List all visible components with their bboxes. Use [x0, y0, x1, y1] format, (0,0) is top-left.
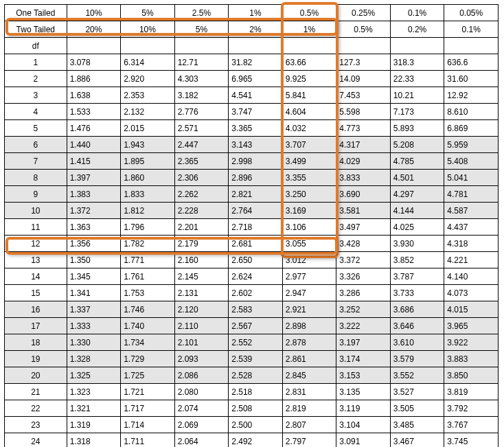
- value-cell: 14.09: [336, 71, 391, 87]
- df-cell: 21: [5, 384, 67, 400]
- value-cell: 1.782: [121, 236, 175, 252]
- table-row: 171.3331.7402.1102.5672.8983.2223.6463.9…: [5, 318, 499, 334]
- value-cell: 2.920: [121, 71, 175, 87]
- value-cell: 31.60: [444, 71, 499, 87]
- value-cell: 7.173: [390, 104, 444, 120]
- value-cell: 1.318: [67, 433, 121, 448]
- value-cell: 2.819: [282, 400, 336, 417]
- blank-header-2: [174, 38, 229, 54]
- value-cell: 3.965: [444, 318, 499, 334]
- value-cell: 3.767: [444, 417, 499, 433]
- value-cell: 2.353: [121, 87, 175, 104]
- value-cell: 2.228: [174, 203, 229, 219]
- value-cell: 2.583: [229, 301, 283, 318]
- table-row: 221.3211.7172.0742.5082.8193.1193.5053.7…: [5, 400, 499, 417]
- table-row: 231.3191.7142.0692.5002.8073.1043.4853.7…: [5, 417, 499, 433]
- value-cell: 3.833: [336, 170, 391, 186]
- value-cell: 1.415: [67, 153, 121, 170]
- table-row: 151.3411.7532.1312.6022.9473.2863.7334.0…: [5, 285, 499, 301]
- value-cell: 9.925: [282, 71, 336, 87]
- value-cell: 4.073: [444, 285, 499, 301]
- two-tailed-col-1: 10%: [121, 21, 175, 38]
- value-cell: 5.959: [444, 137, 499, 153]
- value-cell: 3.552: [390, 367, 444, 384]
- value-cell: 1.812: [121, 203, 175, 219]
- value-cell: 1.323: [67, 384, 121, 400]
- value-cell: 3.428: [336, 236, 391, 252]
- df-cell: 14: [5, 268, 67, 285]
- df-cell: 9: [5, 186, 67, 203]
- value-cell: 3.078: [67, 54, 121, 71]
- value-cell: 1.397: [67, 170, 121, 186]
- two-tailed-col-6: 0.2%: [390, 21, 444, 38]
- one-tailed-col-4: 0.5%: [282, 5, 336, 21]
- table-row: 71.4151.8952.3652.9983.4994.0294.7855.40…: [5, 153, 499, 170]
- table-row: 61.4401.9432.4473.1433.7074.3175.2085.95…: [5, 137, 499, 153]
- value-cell: 2.145: [174, 268, 229, 285]
- value-cell: 4.541: [229, 87, 283, 104]
- value-cell: 3.467: [390, 433, 444, 448]
- value-cell: 1.333: [67, 318, 121, 334]
- value-cell: 2.539: [229, 351, 283, 367]
- value-cell: 3.119: [336, 400, 391, 417]
- value-cell: 1.746: [121, 301, 175, 318]
- value-cell: 3.747: [229, 104, 283, 120]
- one-tailed-col-0: 10%: [67, 5, 121, 21]
- two-tailed-col-4: 1%: [282, 21, 336, 38]
- df-label: df: [5, 38, 67, 54]
- two-tailed-col-7: 0.1%: [444, 21, 499, 38]
- value-cell: 1.711: [121, 433, 175, 448]
- value-cell: 2.093: [174, 351, 229, 367]
- value-cell: 4.604: [282, 104, 336, 120]
- value-cell: 3.182: [174, 87, 229, 104]
- table-row: 161.3371.7462.1202.5832.9213.2523.6864.0…: [5, 301, 499, 318]
- df-cell: 2: [5, 71, 67, 87]
- blank-header-5: [336, 38, 391, 54]
- header-row-one-tailed: One Tailed10%5%2.5%1%0.5%0.25%0.1%0.05%: [5, 5, 499, 21]
- value-cell: 2.602: [229, 285, 283, 301]
- value-cell: 1.350: [67, 252, 121, 268]
- value-cell: 3.485: [390, 417, 444, 433]
- value-cell: 3.686: [390, 301, 444, 318]
- blank-header-6: [390, 38, 444, 54]
- df-cell: 19: [5, 351, 67, 367]
- df-cell: 20: [5, 367, 67, 384]
- value-cell: 2.977: [282, 268, 336, 285]
- value-cell: 4.029: [336, 153, 391, 170]
- value-cell: 2.947: [282, 285, 336, 301]
- value-cell: 3.930: [390, 236, 444, 252]
- blank-header-1: [121, 38, 175, 54]
- one-tailed-label: One Tailed: [5, 5, 67, 21]
- value-cell: 5.893: [390, 120, 444, 137]
- value-cell: 2.132: [121, 104, 175, 120]
- value-cell: 2.552: [229, 334, 283, 351]
- value-cell: 2.518: [229, 384, 283, 400]
- df-cell: 8: [5, 170, 67, 186]
- value-cell: 7.453: [336, 87, 391, 104]
- table-row: 111.3631.7962.2012.7183.1063.4974.0254.4…: [5, 219, 499, 236]
- value-cell: 2.015: [121, 120, 175, 137]
- value-cell: 2.069: [174, 417, 229, 433]
- table-row: 201.3251.7252.0862.5282.8453.1533.5523.8…: [5, 367, 499, 384]
- value-cell: 2.571: [174, 120, 229, 137]
- value-cell: 3.365: [229, 120, 283, 137]
- value-cell: 2.262: [174, 186, 229, 203]
- df-cell: 5: [5, 120, 67, 137]
- value-cell: 4.032: [282, 120, 336, 137]
- value-cell: 2.110: [174, 318, 229, 334]
- value-cell: 3.252: [336, 301, 391, 318]
- value-cell: 2.500: [229, 417, 283, 433]
- t-distribution-table: One Tailed10%5%2.5%1%0.5%0.25%0.1%0.05%T…: [4, 4, 499, 447]
- blank-header-3: [229, 38, 283, 54]
- value-cell: 1.729: [121, 351, 175, 367]
- value-cell: 3.250: [282, 186, 336, 203]
- value-cell: 4.785: [390, 153, 444, 170]
- value-cell: 4.025: [390, 219, 444, 236]
- value-cell: 3.581: [336, 203, 391, 219]
- value-cell: 2.764: [229, 203, 283, 219]
- table-row: 141.3451.7612.1452.6242.9773.3263.7874.1…: [5, 268, 499, 285]
- value-cell: 1.725: [121, 367, 175, 384]
- value-cell: 3.745: [444, 433, 499, 448]
- value-cell: 127.3: [336, 54, 391, 71]
- two-tailed-col-3: 2%: [229, 21, 283, 38]
